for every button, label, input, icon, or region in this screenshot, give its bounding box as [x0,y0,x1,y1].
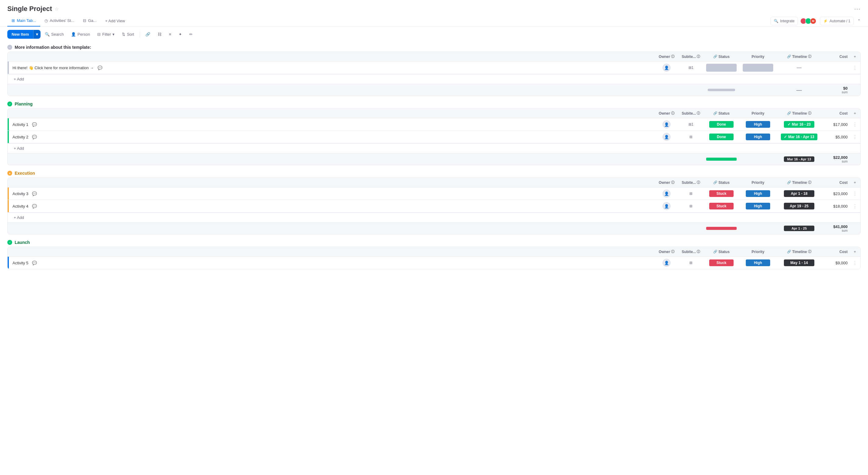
embed-button[interactable]: ⛓ [155,30,164,38]
row-a2-owner[interactable]: 👤 [654,133,679,141]
tab-activities-label: Activities' St... [50,18,74,23]
row-a3-timeline[interactable]: Apr 1 - 18 [776,189,822,198]
timeline-info-icon[interactable]: ⓘ [808,54,811,59]
col-add-button[interactable]: + [849,52,860,61]
row-a4-timeline[interactable]: Apr 19 - 25 [776,202,822,211]
row-subitems[interactable]: ⊞ 1 [679,65,703,70]
row-a1-subitems[interactable]: ⊞ 1 [679,122,703,126]
row-a1-status[interactable]: Done [703,120,740,129]
row-a5-owner[interactable]: 👤 [654,259,679,267]
tab-activities[interactable]: ◷ Activities' St... [40,15,79,27]
row-a5-name[interactable]: Activity 5 💬 [9,257,654,269]
launch-subitems-info[interactable]: ⓘ [697,249,700,254]
row-options[interactable]: ⋮ [849,65,860,71]
row-owner[interactable]: 👤 [654,64,679,72]
row-a2-subitems[interactable]: ⊞ [679,135,703,139]
execution-subitems-info[interactable]: ⓘ [697,180,700,185]
tab-gantt[interactable]: ⊟ Ga... [79,15,101,27]
execution-timeline-info[interactable]: ⓘ [808,180,811,185]
row-a4-status[interactable]: Stuck [703,202,740,211]
owner-info-icon[interactable]: ⓘ [671,54,675,59]
row-a3-priority[interactable]: High [740,189,776,198]
planning-timeline-info[interactable]: ⓘ [808,111,811,116]
a1-row-options[interactable]: ⋮ [849,122,860,127]
add-row-info[interactable]: + Add [8,74,860,84]
a3-comment-icon[interactable]: 💬 [31,190,38,197]
row-timeline[interactable]: — [776,64,822,72]
collapse-icon[interactable]: ⌃ [857,19,861,23]
row-a3-subitems[interactable]: ⊞ [679,191,703,196]
add-row-planning[interactable]: + Add [8,143,860,153]
row-a5-status[interactable]: Stuck [703,258,740,267]
a4-comment-icon[interactable]: 💬 [31,202,38,210]
integrate-button[interactable]: 🔍 Integrate [771,17,798,25]
a1-checkmark: ✓ [787,122,790,126]
group-execution-header[interactable]: ● Execution [7,168,861,177]
planning-subitems-info[interactable]: ⓘ [697,111,700,116]
a4-row-options[interactable]: ⋮ [849,203,860,209]
new-item-dropdown-arrow[interactable]: ▾ [33,30,40,39]
add-row-execution[interactable]: + Add [8,212,860,222]
row-a2-timeline[interactable]: ✓ Mar 16 - Apr 13 [776,132,822,142]
tab-main[interactable]: ⊞ Main Tab... [7,15,40,27]
add-view-button[interactable]: + Add View [101,16,129,26]
a3-row-options[interactable]: ⋮ [849,191,860,197]
row-a1-name[interactable]: Activity 1 💬 [9,118,654,130]
row-a5-timeline[interactable]: May 1 - 14 [776,258,822,267]
more-options-icon[interactable]: ··· [854,6,861,12]
apps-button[interactable]: ✦ [176,30,185,38]
row-a2-status[interactable]: Done [703,132,740,142]
group-launch-header[interactable]: ✓ Launch [7,237,861,247]
planning-add-col-button[interactable]: + [849,109,860,118]
launch-timeline-info[interactable]: ⓘ [808,249,811,254]
col-subitems-label: Subite... [682,55,696,59]
summary-cost-value: $0 [824,86,847,91]
row-a1-timeline[interactable]: ✓ Mar 16 - 23 [776,120,822,129]
row-a1-priority[interactable]: High [740,120,776,129]
favorite-icon[interactable]: ☆ [55,6,59,12]
row-status[interactable] [703,62,740,73]
row-name[interactable]: Hi there! 👋 Click here for more informat… [9,62,654,74]
row-a2-name[interactable]: Activity 2 💬 [9,131,654,143]
group-info-header[interactable]: − More information about this template: [7,42,861,52]
row-a3-owner[interactable]: 👤 [654,190,679,198]
edit-button[interactable]: ✏ [186,30,196,38]
row-a4-subitems[interactable]: ⊞ [679,204,703,208]
group-execution: ● Execution Owner ⓘ Subite... ⓘ 🔗 Status [7,168,861,234]
launch-add-col-button[interactable]: + [849,247,860,257]
row-a1-owner[interactable]: 👤 [654,120,679,128]
a1-comment-icon[interactable]: 💬 [31,121,38,128]
row-a3-name[interactable]: Activity 3 💬 [9,187,654,200]
sort-button[interactable]: ⇅ Sort [119,30,137,38]
a5-row-options[interactable]: ⋮ [849,260,860,266]
comment-icon[interactable]: 💬 [96,64,104,71]
row-a3-status[interactable]: Stuck [703,189,740,198]
a2-comment-icon[interactable]: 💬 [31,133,38,141]
filter-icon: ⊟ [97,32,100,37]
col-header-cost: Cost [822,52,849,61]
row-a4-name[interactable]: Activity 4 💬 [9,200,654,212]
row-a5-priority[interactable]: High [740,258,776,267]
automate-button[interactable]: ⚡ Automate / 1 [820,17,854,25]
filter-button[interactable]: ⊟ Filter ▾ [94,30,118,38]
row-a5-subitems[interactable]: ⊞ [679,261,703,265]
execution-add-col-button[interactable]: + [849,178,860,187]
execution-owner-label: Owner [659,180,670,185]
search-button[interactable]: 🔍 Search [42,30,67,38]
execution-owner-info[interactable]: ⓘ [671,180,675,185]
subitems-info-icon[interactable]: ⓘ [697,54,700,59]
rows-button[interactable]: ≡ [166,30,174,38]
row-a4-owner[interactable]: 👤 [654,202,679,210]
new-item-button[interactable]: New Item ▾ [7,30,40,39]
person-button[interactable]: 👤 Person [68,30,93,38]
launch-owner-info[interactable]: ⓘ [671,249,675,254]
col-launch-cost: Cost [822,247,849,257]
group-planning-header[interactable]: ✓ Planning [7,98,861,108]
row-a2-priority[interactable]: High [740,132,776,142]
a5-comment-icon[interactable]: 💬 [31,259,38,266]
row-priority[interactable] [740,62,776,73]
link-button[interactable]: 🔗 [142,30,153,38]
planning-owner-info[interactable]: ⓘ [671,111,675,116]
a2-row-options[interactable]: ⋮ [849,134,860,140]
row-a4-priority[interactable]: High [740,202,776,211]
